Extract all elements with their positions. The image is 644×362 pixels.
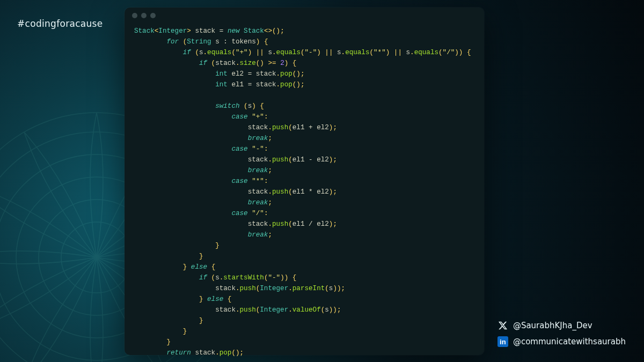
social-x-handle: @SaurabhKJha_Dev (513, 321, 592, 330)
window-titlebar (125, 8, 484, 24)
traffic-light-max-icon[interactable] (150, 13, 156, 18)
social-linkedin-handle: @communicatewithsaurabh (513, 337, 626, 346)
code-content: Stack<Integer> stack = new Stack<>(); fo… (125, 24, 484, 362)
x-icon (497, 320, 508, 331)
page-root: #codingforacause Stack<Integer> stack = … (0, 0, 644, 362)
traffic-light-min-icon[interactable] (141, 13, 147, 18)
social-links: @SaurabhKJha_Dev in @communicatewithsaur… (497, 320, 626, 347)
traffic-light-close-icon[interactable] (132, 13, 137, 18)
svg-point-5 (61, 222, 132, 293)
hashtag-label: #codingforacause (17, 18, 103, 29)
code-editor-window: Stack<Integer> stack = new Stack<>(); fo… (125, 8, 484, 355)
linkedin-icon: in (497, 336, 508, 347)
social-x-row[interactable]: @SaurabhKJha_Dev (497, 320, 626, 331)
social-linkedin-row[interactable]: in @communicatewithsaurabh (497, 336, 626, 347)
